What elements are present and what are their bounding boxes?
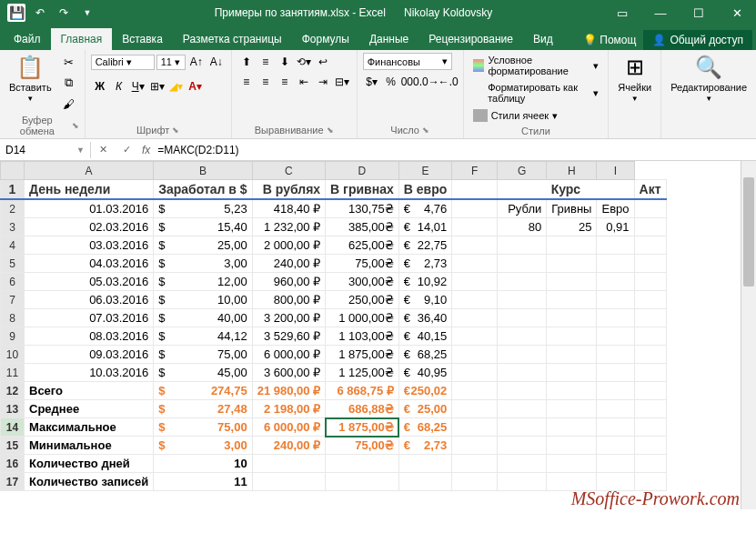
cell[interactable]: 09.03.2016: [25, 346, 154, 364]
cancel-formula-button[interactable]: ✕: [91, 144, 115, 156]
accounting-format-button[interactable]: $▾: [363, 73, 381, 91]
cell[interactable]: [398, 455, 452, 473]
cell[interactable]: [547, 309, 597, 327]
cell[interactable]: [326, 455, 399, 473]
decrease-font-button[interactable]: A↓: [207, 53, 226, 71]
cell[interactable]: €22,75: [398, 236, 452, 255]
tab-review[interactable]: Рецензирование: [418, 28, 523, 50]
cell[interactable]: [547, 327, 597, 346]
cell[interactable]: [547, 364, 597, 382]
cell[interactable]: 10: [154, 455, 252, 473]
cell[interactable]: [597, 273, 634, 291]
row-header-15[interactable]: 15: [1, 437, 25, 455]
cell[interactable]: 686,88₴: [326, 400, 399, 418]
cell[interactable]: [547, 382, 597, 400]
cell[interactable]: [252, 455, 325, 473]
cell[interactable]: [452, 327, 498, 346]
cell[interactable]: $10,00: [154, 291, 252, 309]
editing-button[interactable]: 🔍Редактирование▼: [667, 53, 751, 105]
cell[interactable]: €9,10: [398, 291, 452, 309]
cell[interactable]: [498, 400, 547, 418]
cell[interactable]: 300,00₴: [326, 273, 399, 291]
cell[interactable]: [547, 236, 597, 255]
cell[interactable]: €2,73: [398, 255, 452, 273]
cell[interactable]: [634, 418, 666, 437]
col-header-H[interactable]: H: [547, 162, 597, 180]
row-header-11[interactable]: 11: [1, 364, 25, 382]
cell[interactable]: $40,00: [154, 309, 252, 327]
cell[interactable]: [452, 400, 498, 418]
cell[interactable]: $44,12: [154, 327, 252, 346]
cell[interactable]: $15,40: [154, 218, 252, 236]
cell[interactable]: [634, 327, 666, 346]
cell[interactable]: [634, 346, 666, 364]
cell[interactable]: $75,00: [154, 346, 252, 364]
cell[interactable]: [452, 309, 498, 327]
cell[interactable]: [452, 180, 498, 200]
tab-data[interactable]: Данные: [359, 28, 418, 50]
cut-button[interactable]: ✂: [59, 53, 79, 71]
cell[interactable]: Всего: [25, 382, 154, 400]
row-header-3[interactable]: 3: [1, 218, 25, 236]
cell[interactable]: €14,01: [398, 218, 452, 236]
cell[interactable]: [498, 346, 547, 364]
cell[interactable]: Евро: [597, 199, 634, 218]
cell[interactable]: [326, 473, 399, 491]
cell[interactable]: [452, 382, 498, 400]
cell[interactable]: 1 875,00₴: [326, 346, 399, 364]
cell[interactable]: [597, 473, 634, 491]
cell[interactable]: 1 125,00₴: [326, 364, 399, 382]
format-as-table-button[interactable]: Форматировать как таблицу ▾: [469, 80, 603, 106]
increase-font-button[interactable]: A↑: [187, 53, 206, 71]
cell[interactable]: [498, 382, 547, 400]
cell[interactable]: 6 000,00 ₽: [252, 346, 325, 364]
cell[interactable]: [634, 309, 666, 327]
cell[interactable]: [498, 309, 547, 327]
col-header-I[interactable]: I: [597, 162, 634, 180]
cell[interactable]: €2,73: [398, 437, 452, 455]
cell[interactable]: [634, 236, 666, 255]
cell[interactable]: Заработал в $: [154, 180, 252, 200]
bold-button[interactable]: Ж: [91, 77, 109, 96]
cell[interactable]: 07.03.2016: [25, 309, 154, 327]
cell[interactable]: [452, 291, 498, 309]
cell[interactable]: [634, 382, 666, 400]
font-size-combo[interactable]: 11 ▾: [156, 55, 186, 70]
cell[interactable]: $45,00: [154, 364, 252, 382]
cell[interactable]: [597, 291, 634, 309]
cell[interactable]: [452, 364, 498, 382]
cell[interactable]: [498, 455, 547, 473]
col-header-F[interactable]: F: [452, 162, 498, 180]
cell[interactable]: [634, 473, 666, 491]
cell[interactable]: Минимальное: [25, 437, 154, 455]
cell[interactable]: [547, 400, 597, 418]
cell[interactable]: 800,00 ₽: [252, 291, 325, 309]
cell[interactable]: €36,40: [398, 309, 452, 327]
col-header-G[interactable]: G: [498, 162, 547, 180]
conditional-format-button[interactable]: Условное форматирование ▾: [469, 53, 603, 78]
cell[interactable]: €25,00: [398, 400, 452, 418]
name-box[interactable]: D14▼: [0, 142, 91, 158]
cell[interactable]: [498, 236, 547, 255]
border-button[interactable]: ⊞▾: [148, 77, 166, 96]
cell[interactable]: 02.03.2016: [25, 218, 154, 236]
cell[interactable]: В рублях: [252, 180, 325, 200]
qat-customize[interactable]: ▼: [76, 2, 98, 24]
cell[interactable]: €68,25: [398, 418, 452, 437]
cell[interactable]: €4,76: [398, 199, 452, 218]
fill-color-button[interactable]: ◢▾: [167, 77, 186, 96]
cell[interactable]: 385,00₴: [326, 218, 399, 236]
cell[interactable]: [498, 327, 547, 346]
cell[interactable]: $12,00: [154, 273, 252, 291]
cell[interactable]: 3 600,00 ₽: [252, 364, 325, 382]
undo-button[interactable]: ↶: [29, 2, 51, 24]
cell[interactable]: Рубли: [498, 199, 547, 218]
cell[interactable]: [452, 273, 498, 291]
cell[interactable]: 21 980,00 ₽: [252, 382, 325, 400]
col-header-B[interactable]: B: [154, 162, 252, 180]
row-header-9[interactable]: 9: [1, 327, 25, 346]
cell[interactable]: 04.03.2016: [25, 255, 154, 273]
decrease-indent-button[interactable]: ⇤: [295, 73, 313, 91]
cell[interactable]: День недели: [25, 180, 154, 200]
cell[interactable]: 1 000,00₴: [326, 309, 399, 327]
